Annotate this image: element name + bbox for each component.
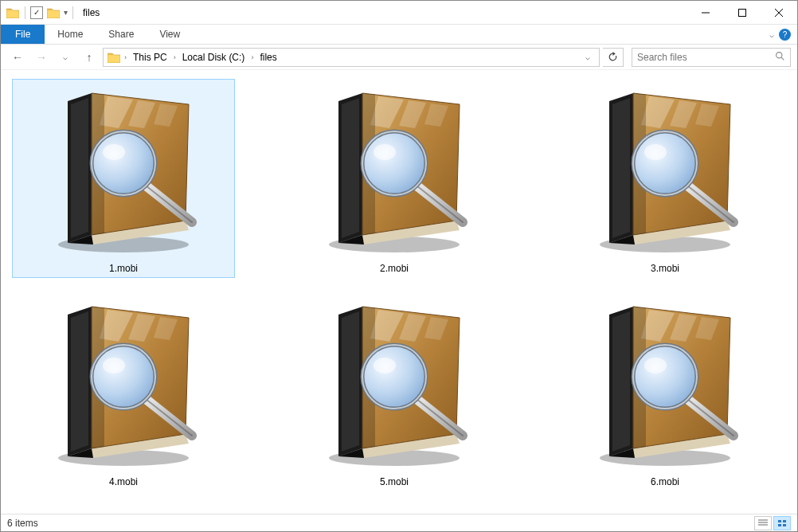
refresh-button[interactable] bbox=[603, 48, 624, 67]
minimize-button[interactable] bbox=[687, 1, 724, 24]
mobi-file-icon bbox=[569, 83, 761, 258]
file-item[interactable]: 1.mobi bbox=[12, 79, 235, 278]
help-icon[interactable]: ? bbox=[779, 29, 791, 41]
file-item[interactable]: 3.mobi bbox=[554, 79, 776, 278]
window-controls bbox=[687, 1, 797, 24]
file-label: 4.mobi bbox=[109, 476, 138, 487]
separator bbox=[25, 6, 25, 19]
ribbon-right: ⌵ ? bbox=[769, 25, 797, 44]
titlebar: ✓ ▾ files bbox=[1, 1, 797, 25]
search-box[interactable] bbox=[632, 48, 791, 67]
file-item[interactable]: 5.mobi bbox=[283, 292, 506, 491]
address-dropdown-icon[interactable]: ⌵ bbox=[580, 53, 596, 61]
svg-rect-9 bbox=[778, 520, 781, 522]
recent-locations-dropdown[interactable]: ⌵ bbox=[55, 47, 76, 68]
close-button[interactable] bbox=[761, 1, 797, 24]
chevron-right-icon[interactable]: › bbox=[249, 53, 255, 61]
chevron-right-icon[interactable]: › bbox=[123, 53, 128, 61]
view-toggle bbox=[754, 516, 791, 530]
maximize-button[interactable] bbox=[724, 1, 761, 24]
folder-icon bbox=[46, 6, 61, 20]
file-label: 1.mobi bbox=[109, 263, 138, 274]
properties-toggle-icon[interactable]: ✓ bbox=[30, 6, 43, 19]
address-bar[interactable]: › This PC › Local Disk (C:) › files ⌵ bbox=[103, 48, 600, 67]
mobi-file-icon bbox=[299, 296, 490, 471]
chevron-right-icon[interactable]: › bbox=[172, 53, 178, 61]
tab-share[interactable]: Share bbox=[96, 25, 147, 44]
file-label: 2.mobi bbox=[380, 263, 409, 274]
svg-rect-12 bbox=[783, 524, 786, 526]
ribbon: File Home Share View ⌵ ? bbox=[1, 25, 797, 45]
file-label: 5.mobi bbox=[380, 476, 409, 487]
details-view-button[interactable] bbox=[754, 516, 772, 530]
svg-rect-11 bbox=[778, 524, 781, 526]
svg-line-5 bbox=[781, 57, 784, 60]
mobi-file-icon bbox=[28, 83, 219, 258]
forward-button[interactable]: → bbox=[31, 47, 52, 68]
breadcrumb-segment[interactable]: Local Disk (C:) bbox=[179, 52, 248, 63]
svg-point-4 bbox=[776, 52, 782, 57]
navigation-row: ← → ⌵ ↑ › This PC › Local Disk (C:) › fi… bbox=[1, 45, 797, 70]
search-input[interactable] bbox=[637, 52, 775, 63]
svg-rect-1 bbox=[739, 9, 746, 16]
mobi-file-icon bbox=[569, 296, 761, 471]
mobi-file-icon bbox=[299, 83, 490, 258]
item-count: 6 items bbox=[7, 518, 38, 529]
file-tab[interactable]: File bbox=[1, 25, 45, 44]
qat-dropdown-icon[interactable]: ▾ bbox=[64, 8, 68, 17]
folder-icon bbox=[107, 50, 121, 65]
file-label: 3.mobi bbox=[651, 263, 679, 274]
ribbon-collapse-icon[interactable]: ⌵ bbox=[769, 30, 774, 39]
tab-view[interactable]: View bbox=[147, 25, 193, 44]
file-item[interactable]: 2.mobi bbox=[283, 79, 506, 278]
file-item[interactable]: 6.mobi bbox=[554, 292, 776, 491]
file-item[interactable]: 4.mobi bbox=[12, 292, 235, 491]
quick-access-toolbar: ✓ ▾ files bbox=[1, 6, 100, 20]
status-bar: 6 items bbox=[1, 514, 797, 531]
window-title: files bbox=[83, 7, 100, 18]
up-button[interactable]: ↑ bbox=[79, 47, 100, 68]
breadcrumb-segment[interactable]: files bbox=[256, 52, 280, 63]
tab-home[interactable]: Home bbox=[45, 25, 96, 44]
large-icons-view-button[interactable] bbox=[773, 516, 791, 530]
separator bbox=[72, 6, 73, 19]
svg-rect-10 bbox=[783, 520, 786, 522]
file-label: 6.mobi bbox=[651, 476, 679, 487]
folder-icon bbox=[6, 6, 20, 20]
breadcrumb-segment[interactable]: This PC bbox=[130, 52, 170, 63]
back-button[interactable]: ← bbox=[7, 47, 28, 68]
files-grid: 1.mobi2.mobi3.mobi4.mobi5.mobi6.mobi bbox=[12, 79, 786, 491]
file-list-pane[interactable]: 1.mobi2.mobi3.mobi4.mobi5.mobi6.mobi bbox=[1, 71, 797, 514]
mobi-file-icon bbox=[28, 296, 219, 471]
search-icon[interactable] bbox=[775, 51, 785, 64]
